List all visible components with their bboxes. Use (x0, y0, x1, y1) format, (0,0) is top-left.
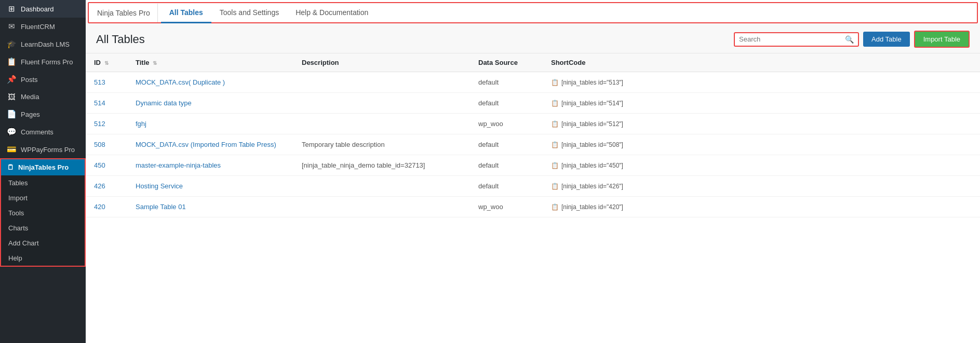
table-title-link[interactable]: Sample Table 01 (136, 203, 186, 211)
sidebar-item-fluentforms[interactable]: 📋 Fluent Forms Pro (0, 53, 86, 71)
sidebar-item-label: Posts (21, 76, 38, 84)
table-title-link[interactable]: fghj (136, 120, 146, 128)
table-title-link[interactable]: master-example-ninja-tables (136, 161, 221, 169)
cell-data-source: wp_woo (470, 197, 543, 217)
submenu-import[interactable]: Import (1, 190, 85, 205)
page-header: All Tables 🔍 Add Table Import Table (86, 23, 980, 53)
pages-icon: 📄 (6, 109, 17, 119)
cell-shortcode: 📋 [ninja_tables id="508"] (543, 134, 980, 155)
cell-shortcode: 📋 [ninja_tables id="513"] (543, 72, 980, 93)
table-row: 450 master-example-ninja-tables [ninja_t… (86, 155, 980, 176)
cell-id[interactable]: 514 (86, 93, 127, 114)
shortcode-copy-icon[interactable]: 📋 (551, 100, 559, 107)
cell-title: MOCK_DATA.csv( Duplicate ) (127, 72, 293, 93)
cell-title: fghj (127, 114, 293, 134)
cell-data-source: wp_woo (470, 114, 543, 134)
cell-data-source: default (470, 134, 543, 155)
shortcode-copy-icon[interactable]: 📋 (551, 203, 559, 211)
cell-data-source: default (470, 155, 543, 176)
sidebar-item-label: Comments (21, 128, 53, 136)
sidebar-item-posts[interactable]: 📌 Posts (0, 71, 86, 88)
shortcode-copy-icon[interactable]: 📋 (551, 183, 559, 190)
shortcode-value: [ninja_tables id="426"] (561, 183, 623, 190)
cell-data-source: default (470, 72, 543, 93)
search-wrapper: 🔍 (734, 32, 859, 47)
tab-all-tables[interactable]: All Tables (161, 3, 211, 23)
cell-id[interactable]: 420 (86, 197, 127, 217)
col-header-title[interactable]: Title ⇅ (127, 53, 293, 72)
cell-id[interactable]: 508 (86, 134, 127, 155)
table-title-link[interactable]: Hosting Service (136, 182, 183, 190)
page-title: All Tables (96, 33, 145, 46)
cell-shortcode: 📋 [ninja_tables id="426"] (543, 176, 980, 197)
sidebar-item-learndash[interactable]: 🎓 LearnDash LMS (0, 35, 86, 53)
sidebar-item-pages[interactable]: 📄 Pages (0, 105, 86, 123)
import-table-button[interactable]: Import Table (914, 31, 970, 48)
shortcode-copy-icon[interactable]: 📋 (551, 79, 559, 86)
submenu-charts[interactable]: Charts (1, 221, 85, 236)
sidebar-item-label: LearnDash LMS (21, 40, 70, 48)
table-row: 513 MOCK_DATA.csv( Duplicate ) default 📋… (86, 72, 980, 93)
sidebar-item-media[interactable]: 🖼 Media (0, 88, 86, 105)
plugin-title: Ninja Tables Pro (97, 4, 158, 22)
sidebar-item-comments[interactable]: 💬 Comments (0, 123, 86, 141)
table-title-link[interactable]: MOCK_DATA.csv (Imported From Table Press… (136, 141, 276, 148)
submenu-tools[interactable]: Tools (1, 205, 85, 221)
sidebar-item-label: FluentCRM (21, 23, 55, 31)
cell-title: Dynamic data type (127, 93, 293, 114)
cell-description (293, 197, 470, 217)
table-row: 508 MOCK_DATA.csv (Imported From Table P… (86, 134, 980, 155)
table-title-link[interactable]: MOCK_DATA.csv( Duplicate ) (136, 78, 225, 86)
col-header-data-source: Data Source (470, 53, 543, 72)
cell-description (293, 176, 470, 197)
submenu-help[interactable]: Help (1, 251, 85, 266)
cell-title: Sample Table 01 (127, 197, 293, 217)
table-row: 426 Hosting Service default 📋 [ninja_tab… (86, 176, 980, 197)
cell-id[interactable]: 450 (86, 155, 127, 176)
cell-id[interactable]: 426 (86, 176, 127, 197)
wppaypro-icon: 💳 (6, 145, 17, 154)
cell-data-source: default (470, 176, 543, 197)
sort-icon-id: ⇅ (104, 60, 109, 66)
table-row: 512 fghj wp_woo 📋 [ninja_tables id="512"… (86, 114, 980, 134)
shortcode-value: [ninja_tables id="508"] (561, 141, 623, 148)
comments-icon: 💬 (6, 127, 17, 136)
cell-shortcode: 📋 [ninja_tables id="514"] (543, 93, 980, 114)
shortcode-copy-icon[interactable]: 📋 (551, 162, 559, 169)
tab-bar: Ninja Tables Pro All Tables Tools and Se… (88, 2, 978, 23)
cell-description (293, 72, 470, 93)
col-header-id[interactable]: ID ⇅ (86, 53, 127, 72)
cell-description: [ninja_table_ninja_demo table_id=32713] (293, 155, 470, 176)
col-header-shortcode: ShortCode (543, 53, 980, 72)
tables-table: ID ⇅ Title ⇅ Description Data Source Sho (86, 53, 980, 217)
shortcode-value: [ninja_tables id="513"] (561, 79, 623, 86)
add-table-button[interactable]: Add Table (863, 32, 910, 47)
ninjatables-section: 🗒 NinjaTables Pro Tables Import Tools Ch… (0, 158, 86, 267)
cell-id[interactable]: 513 (86, 72, 127, 93)
shortcode-value: [ninja_tables id="512"] (561, 120, 623, 128)
cell-title: MOCK_DATA.csv (Imported From Table Press… (127, 134, 293, 155)
dashboard-icon: ⊞ (6, 4, 17, 13)
table-title-link[interactable]: Dynamic data type (136, 99, 192, 107)
submenu-addchart[interactable]: Add Chart (1, 236, 85, 251)
shortcode-value: [ninja_tables id="420"] (561, 203, 623, 211)
sidebar-item-dashboard[interactable]: ⊞ Dashboard (0, 0, 86, 18)
cell-id[interactable]: 512 (86, 114, 127, 134)
shortcode-value: [ninja_tables id="514"] (561, 100, 623, 107)
ninjatables-icon: 🗒 (7, 163, 14, 171)
submenu-tables[interactable]: Tables (1, 175, 85, 190)
table-header-row: ID ⇅ Title ⇅ Description Data Source Sho (86, 53, 980, 72)
cell-description (293, 93, 470, 114)
sidebar-item-label: Pages (21, 111, 40, 118)
sidebar-item-ninjatables[interactable]: 🗒 NinjaTables Pro (1, 159, 85, 175)
tab-help-docs[interactable]: Help & Documentation (287, 3, 377, 23)
posts-icon: 📌 (6, 75, 17, 84)
shortcode-copy-icon[interactable]: 📋 (551, 141, 559, 148)
fluentcrm-icon: ✉ (6, 22, 17, 31)
sidebar-item-wppaypro[interactable]: 💳 WPPayForms Pro (0, 141, 86, 158)
shortcode-copy-icon[interactable]: 📋 (551, 120, 559, 128)
sidebar-item-fluentcrm[interactable]: ✉ FluentCRM (0, 18, 86, 35)
ninjatables-submenu: Tables Import Tools Charts Add Chart Hel… (1, 175, 85, 266)
search-input[interactable] (739, 35, 843, 43)
tab-tools-settings[interactable]: Tools and Settings (211, 3, 287, 23)
